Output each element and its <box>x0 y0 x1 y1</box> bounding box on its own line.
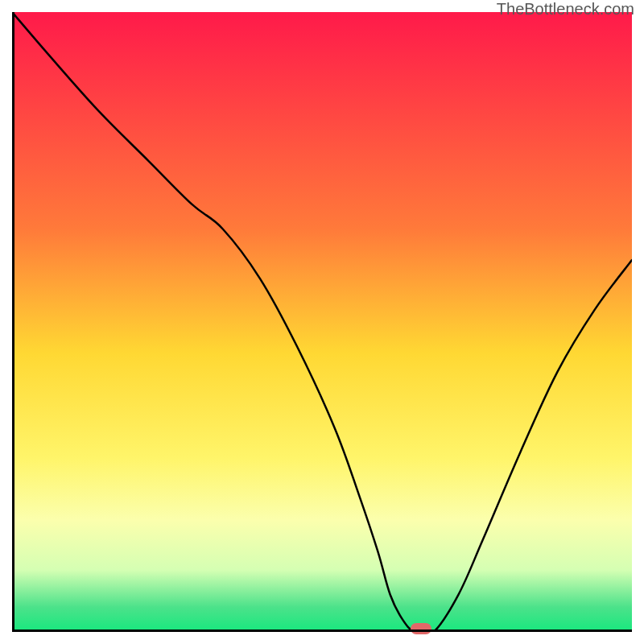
watermark: TheBottleneck.com <box>497 0 634 19</box>
bottleneck-curve <box>12 12 632 632</box>
plot-area <box>12 12 632 632</box>
y-axis <box>12 12 14 632</box>
chart-container: TheBottleneck.com <box>0 0 644 644</box>
curve-layer <box>12 12 632 632</box>
x-axis <box>12 630 632 632</box>
